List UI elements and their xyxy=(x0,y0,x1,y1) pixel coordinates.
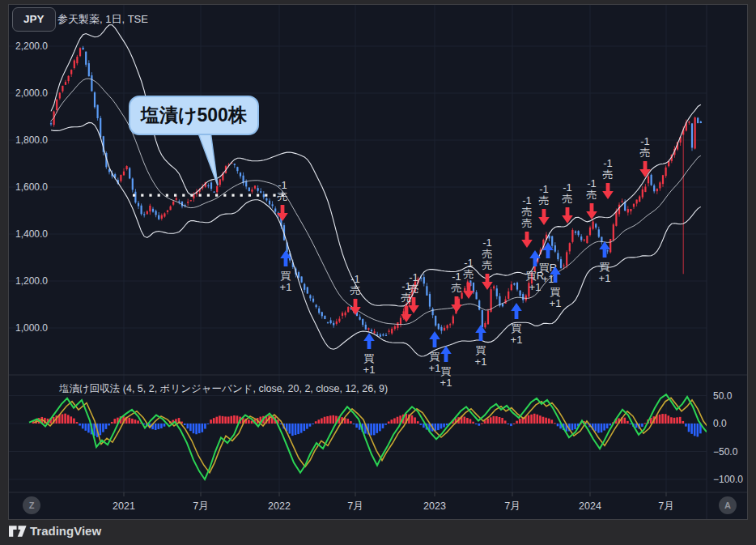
price-axis-label: 2,000.0 xyxy=(15,87,48,99)
tradingview-logo-icon[interactable] xyxy=(9,525,28,538)
price-axis-label: 2,200.0 xyxy=(15,40,48,52)
sell-signal-label: -1 xyxy=(640,135,650,147)
indicator-axis-label: 50.0 xyxy=(713,390,733,402)
sell-signal-label: 売 xyxy=(539,194,550,207)
buy-arrow-icon xyxy=(363,333,375,349)
sell-arrow-icon xyxy=(639,161,651,177)
sell-arrow-icon xyxy=(277,205,288,221)
oscillator-fast-line xyxy=(29,394,707,479)
buy-signal-label: 買 xyxy=(550,286,561,298)
buy-signal-label: +1 xyxy=(475,356,487,368)
buy-signal-label: 買 xyxy=(476,344,486,356)
sell-arrow-icon xyxy=(586,203,597,219)
buy-signal-label: +1 xyxy=(542,273,554,285)
timezone-button[interactable]: Z xyxy=(23,496,40,514)
buy-arrow-icon xyxy=(429,331,440,347)
time-axis-label: 2021 xyxy=(113,500,135,512)
sell-signal-label: -1 xyxy=(587,177,597,189)
time-axis-label: 7月 xyxy=(504,500,520,512)
tradingview-chart-window: -1売-1売-1売-1売-1売-1売-1売売-1売売-1売-1売-1売-1売-1… xyxy=(0,0,756,545)
buy-signal-label: +1 xyxy=(550,297,562,309)
price-axis-label: 1,600.0 xyxy=(15,181,48,193)
price-axis-label: 1,800.0 xyxy=(15,134,48,146)
buy-signal-label: +1 xyxy=(363,364,376,376)
axis-labels: 2,200.02,000.01,800.01,600.01,400.01,200… xyxy=(15,40,743,512)
sell-signal-label: 売 xyxy=(278,190,288,202)
sell-arrow-icon xyxy=(401,306,412,322)
sell-signal-label: 売 xyxy=(522,217,533,229)
currency-scale-button[interactable]: JPY xyxy=(12,7,56,32)
sell-signal-label: -1 xyxy=(482,236,492,249)
sell-signal-label: 売 xyxy=(522,206,533,218)
time-axis-label: 2022 xyxy=(268,500,291,512)
sell-signal-label: 売 xyxy=(350,284,361,296)
indicator-legend[interactable]: 塩漬け回収法 (4, 5, 2, ボリンジャーバンド, close, 20, 2… xyxy=(59,382,388,396)
price-axis-label: 1,200.0 xyxy=(15,275,48,287)
sell-arrow-icon xyxy=(602,183,614,199)
sell-arrow-icon xyxy=(463,283,474,299)
oscillator-slow-line xyxy=(34,398,711,472)
auto-scale-button[interactable]: A xyxy=(719,496,737,514)
buy-signal-label: 買 xyxy=(281,270,291,282)
indicator-axis-label: 0.0 xyxy=(713,418,727,429)
sell-signal-label: 売 xyxy=(464,268,474,280)
sell-signal-label: -1 xyxy=(409,271,418,283)
buy-signal-label: +1 xyxy=(511,334,523,346)
main-pane xyxy=(50,25,702,356)
price-axis-label: 1,400.0 xyxy=(15,228,48,240)
buy-signal-label: +1 xyxy=(529,281,542,293)
time-axis-label: 7月 xyxy=(658,500,673,512)
indicator-axis-label: −100.0 xyxy=(713,474,743,485)
time-axis-label: 7月 xyxy=(347,500,363,512)
indicator-axis-label: −50.0 xyxy=(713,446,738,458)
sell-signal-label: -1 xyxy=(464,257,474,269)
buy-signal-label: 買 xyxy=(441,365,452,377)
sell-signal-label: 売 xyxy=(482,248,493,260)
tradingview-brand[interactable]: TradingView xyxy=(30,524,101,538)
sell-signal-label: 売 xyxy=(640,147,651,159)
sell-arrow-icon xyxy=(451,296,462,313)
sell-signal-label: -1 xyxy=(350,273,360,285)
buy-signal-label: +1 xyxy=(280,281,292,293)
buy-signal-label: 買 xyxy=(430,351,440,363)
time-axis-label: 7月 xyxy=(193,500,208,512)
sell-signal-label: 売 xyxy=(452,282,462,294)
signals-layer: -1売-1売-1売-1売-1売-1売-1売売-1売売-1売-1売-1売-1売-1… xyxy=(277,135,651,389)
sell-signal-label: -1 xyxy=(563,181,572,194)
price-axis-label: 1,000.0 xyxy=(15,322,48,334)
footer-bar: TradingView xyxy=(0,522,756,545)
callout-annotation[interactable]: 塩漬け500株 xyxy=(129,96,259,135)
buy-arrow-icon xyxy=(599,241,610,258)
sell-signal-label: 売 xyxy=(482,259,493,271)
sell-signal-label: 売 xyxy=(563,193,573,205)
sell-signal-label: -1 xyxy=(539,183,549,195)
buy-signal-label: 買 xyxy=(364,352,375,364)
buy-signal-label: +1 xyxy=(440,377,452,389)
time-axis-label: 2024 xyxy=(579,500,601,512)
sell-arrow-icon xyxy=(350,299,361,315)
indicator-pane xyxy=(29,394,711,479)
buy-signal-label: +1 xyxy=(599,272,611,284)
sell-signal-label: 売 xyxy=(587,189,597,201)
sell-signal-label: -1 xyxy=(278,179,287,191)
sell-arrow-icon xyxy=(538,209,550,225)
buy-arrow-icon xyxy=(440,346,452,362)
chart-area[interactable]: -1売-1売-1売-1売-1売-1売-1売売-1売売-1売-1売-1売-1売-1… xyxy=(8,4,748,520)
buy-signal-label: 買 xyxy=(600,261,610,273)
price-chart-canvas[interactable]: -1売-1売-1売-1売-1売-1売-1売売-1売売-1売-1売-1売-1売-1… xyxy=(9,5,747,519)
sell-signal-label: -1 xyxy=(452,270,461,283)
sell-signal-label: -1 xyxy=(603,157,613,169)
buy-signal-label: 買 xyxy=(512,322,522,334)
buy-signal-label: +1 xyxy=(429,362,441,374)
sell-signal-label: -1 xyxy=(522,194,532,207)
sell-signal-label: 売 xyxy=(603,168,614,181)
symbol-title[interactable]: 参天製薬, 1日, TSE xyxy=(57,12,148,27)
time-axis-label: 2023 xyxy=(423,500,446,512)
sell-signal-label: 売 xyxy=(409,283,419,295)
